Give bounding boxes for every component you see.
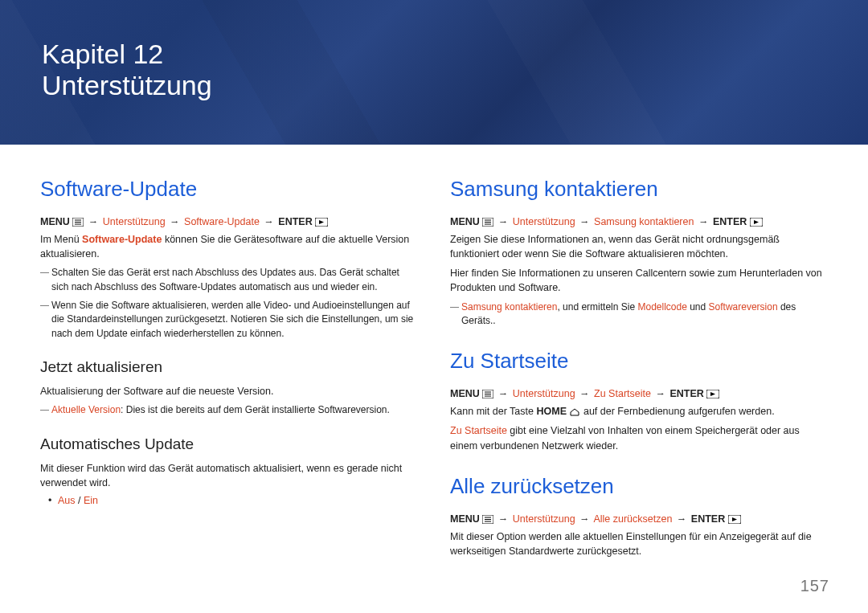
- text-highlight: Zu Startseite: [450, 425, 507, 436]
- path-seg: Unterstützung: [103, 216, 166, 227]
- arrow-icon: →: [168, 216, 182, 227]
- path-enter-label: ENTER: [669, 388, 703, 399]
- arrow-icon: →: [578, 216, 592, 227]
- arrow-icon: →: [653, 388, 667, 399]
- path-enter-label: ENTER: [278, 216, 312, 227]
- section-samsung-kontaktieren: Samsung kontaktieren MENU → Unterstützun…: [450, 177, 828, 328]
- software-update-intro: Im Menü Software-Update können Sie die G…: [40, 232, 418, 261]
- text: Zeigen Sie diese Informationen an, wenn …: [450, 232, 828, 261]
- path-enter-label: ENTER: [691, 513, 725, 525]
- text: , und ermitteln Sie: [557, 301, 637, 313]
- arrow-icon: →: [497, 513, 510, 525]
- path-seg: Unterstützung: [513, 513, 575, 525]
- banner-title: Kapitel 12 Unterstützung: [0, 0, 868, 101]
- chapter-number: Kapitel 12: [42, 39, 868, 70]
- enter-icon: [706, 390, 719, 398]
- home-icon: [569, 407, 580, 416]
- text: Kann mit der Taste HOME auf der Fernbedi…: [450, 404, 828, 419]
- text: auf der Fernbedienung aufgerufen werden.: [583, 406, 775, 417]
- note: Samsung kontaktieren, und ermitteln Sie …: [450, 300, 828, 329]
- left-column: Software-Update MENU → Unterstützung → S…: [40, 177, 418, 579]
- arrow-icon: →: [497, 388, 510, 399]
- text: Mit dieser Funktion wird das Gerät autom…: [40, 461, 418, 490]
- text: und: [687, 301, 709, 313]
- text: Kann mit der Taste: [450, 406, 536, 417]
- path-seg: Software-Update: [184, 216, 260, 227]
- arrow-icon: →: [497, 216, 510, 227]
- text-highlight: Softwareversion: [709, 301, 778, 313]
- heading-software-update: Software-Update: [40, 177, 418, 202]
- chapter-name: Unterstützung: [42, 70, 868, 101]
- nav-path-alle-zuruecksetzen: MENU → Unterstützung → Alle zurücksetzen…: [450, 513, 828, 525]
- option-ein: Ein: [84, 495, 98, 506]
- menu-icon: [72, 218, 84, 227]
- enter-icon: [750, 218, 763, 227]
- arrow-icon: →: [697, 216, 710, 227]
- page: Kapitel 12 Unterstützung Software-Update…: [0, 0, 868, 613]
- right-column: Samsung kontaktieren MENU → Unterstützun…: [450, 177, 828, 579]
- text: Zu Startseite gibt eine Vielzahl von Inh…: [450, 423, 828, 452]
- text-highlight: Samsung kontaktieren: [461, 301, 557, 313]
- option-aus: Aus: [58, 495, 76, 506]
- arrow-icon: →: [675, 513, 689, 525]
- content: Software-Update MENU → Unterstützung → S…: [0, 145, 868, 579]
- menu-icon: [482, 218, 493, 227]
- arrow-icon: →: [578, 388, 592, 399]
- nav-path-samsung-kontaktieren: MENU → Unterstützung → Samsung kontaktie…: [450, 216, 828, 227]
- heading-samsung-kontaktieren: Samsung kontaktieren: [450, 177, 828, 202]
- text-highlight: Aktuelle Version: [51, 404, 121, 415]
- path-seg: Samsung kontaktieren: [594, 216, 694, 227]
- nav-path-software-update: MENU → Unterstützung → Software-Update →…: [40, 216, 418, 227]
- chapter-banner: Kapitel 12 Unterstützung: [0, 0, 868, 145]
- arrow-icon: →: [87, 216, 100, 227]
- path-menu-label: MENU: [450, 216, 480, 227]
- path-enter-label: ENTER: [713, 216, 747, 227]
- path-menu-label: MENU: [40, 216, 70, 227]
- arrow-icon: →: [578, 513, 592, 525]
- enter-icon: [315, 218, 328, 227]
- heading-jetzt-aktualisieren: Jetzt aktualisieren: [40, 358, 418, 376]
- text: Hier finden Sie Informationen zu unseren…: [450, 266, 828, 295]
- option-sep: /: [76, 495, 84, 506]
- path-seg: Unterstützung: [513, 216, 575, 227]
- heading-zu-startseite: Zu Startseite: [450, 349, 828, 374]
- path-menu-label: MENU: [450, 513, 480, 525]
- note: Wenn Sie die Software aktualisieren, wer…: [40, 299, 418, 341]
- text: Mit dieser Option werden alle aktuellen …: [450, 529, 828, 558]
- path-seg: Zu Startseite: [594, 388, 651, 399]
- text: Im Menü: [40, 234, 82, 245]
- text: Aktualisierung der Software auf die neue…: [40, 384, 418, 398]
- page-number: 157: [800, 577, 829, 595]
- text: : Dies ist die bereits auf dem Gerät ins…: [121, 404, 390, 415]
- heading-alle-zuruecksetzen: Alle zurücksetzen: [450, 474, 828, 499]
- path-seg: Alle zurücksetzen: [593, 513, 672, 525]
- arrow-icon: →: [262, 216, 276, 227]
- heading-automatisches-update: Automatisches Update: [40, 435, 418, 453]
- text-highlight: Modellcode: [637, 301, 686, 313]
- nav-path-zu-startseite: MENU → Unterstützung → Zu Startseite → E…: [450, 388, 828, 399]
- text-highlight: Software-Update: [82, 234, 162, 245]
- menu-icon: [482, 515, 493, 524]
- section-zu-startseite: Zu Startseite MENU → Unterstützung → Zu …: [450, 349, 828, 452]
- note: Schalten Sie das Gerät erst nach Abschlu…: [40, 266, 418, 294]
- menu-icon: [482, 390, 493, 398]
- enter-icon: [728, 515, 741, 524]
- home-key-label: HOME: [536, 406, 567, 417]
- note: Aktuelle Version: Dies ist die bereits a…: [40, 403, 418, 417]
- path-seg: Unterstützung: [513, 388, 575, 399]
- section-alle-zuruecksetzen: Alle zurücksetzen MENU → Unterstützung →…: [450, 474, 828, 558]
- path-menu-label: MENU: [450, 388, 480, 399]
- option-list: Aus / Ein: [40, 495, 418, 506]
